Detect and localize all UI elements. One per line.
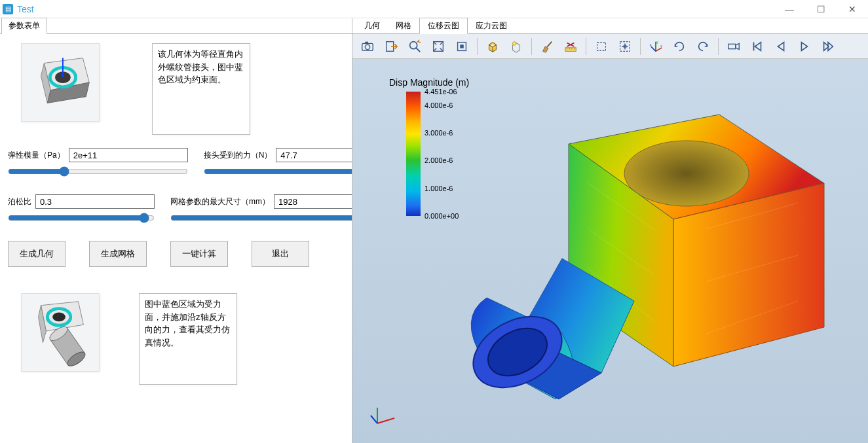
- description-box-2: 图中蓝色区域为受力面，并施加沿z轴反方向的力，查看其受力仿真情况。: [139, 293, 237, 385]
- viewer-toolbar: yxz: [352, 34, 868, 59]
- export-icon[interactable]: [380, 37, 402, 56]
- slider-force[interactable]: [204, 166, 352, 177]
- tab-geometry[interactable]: 几何: [356, 18, 388, 33]
- svg-text:x: x: [660, 43, 662, 47]
- svg-line-32: [656, 47, 662, 51]
- compute-button[interactable]: 一键计算: [170, 241, 228, 267]
- slider-elastic[interactable]: [8, 166, 188, 177]
- result-model: [352, 59, 863, 438]
- svg-line-23: [547, 41, 552, 46]
- svg-rect-29: [597, 42, 606, 50]
- select-cross-icon[interactable]: [614, 37, 636, 56]
- svg-point-14: [365, 44, 369, 49]
- svg-line-54: [377, 418, 394, 423]
- input-elastic[interactable]: [69, 148, 188, 162]
- tab-stress[interactable]: 应力云图: [468, 18, 515, 33]
- seek-first-icon[interactable]: [746, 37, 768, 56]
- svg-rect-21: [460, 44, 464, 48]
- left-tabstrip: 参数表单: [0, 18, 352, 34]
- slider-mesh[interactable]: [170, 213, 352, 223]
- right-tabstrip: 几何 网格 位移云图 应力云图: [352, 18, 868, 34]
- svg-line-33: [651, 46, 656, 51]
- svg-line-18: [416, 47, 420, 51]
- left-panel: 参数表单 该几何体为等径: [0, 18, 352, 443]
- axes-icon[interactable]: yxz: [645, 37, 667, 56]
- label-mesh: 网格参数的最大尺寸（mm）: [170, 196, 270, 207]
- window-title: Test: [17, 4, 34, 14]
- tab-displacement[interactable]: 位移云图: [419, 18, 468, 34]
- maximize-button[interactable]: ☐: [808, 3, 834, 16]
- svg-line-55: [371, 416, 377, 423]
- svg-point-9: [52, 313, 66, 322]
- svg-point-40: [624, 141, 749, 206]
- label-force: 接头受到的力（N）: [204, 150, 273, 161]
- box3d-icon[interactable]: [481, 37, 504, 56]
- tab-params[interactable]: 参数表单: [1, 18, 47, 34]
- svg-text:z: z: [650, 43, 652, 46]
- select-rect-icon[interactable]: [590, 37, 613, 56]
- gen-geometry-button[interactable]: 生成几何: [8, 241, 66, 267]
- axis-triad-icon: [369, 401, 398, 430]
- exit-button[interactable]: 退出: [252, 241, 309, 267]
- record-icon[interactable]: [723, 37, 745, 56]
- seek-prev-icon[interactable]: [770, 37, 792, 56]
- seek-last-icon[interactable]: [817, 37, 839, 56]
- fit-box-icon[interactable]: [427, 37, 449, 56]
- zoom-icon[interactable]: [404, 37, 426, 56]
- right-panel: 几何 网格 位移云图 应力云图 yxz: [352, 18, 868, 443]
- app-icon: ▤: [3, 4, 13, 14]
- minimize-button[interactable]: —: [776, 3, 802, 16]
- svg-rect-37: [728, 44, 736, 48]
- input-force[interactable]: [276, 148, 352, 162]
- svg-point-22: [513, 41, 517, 44]
- geometry-thumbnail-1: [21, 43, 100, 122]
- input-poisson[interactable]: [35, 194, 155, 209]
- rotate-ccw-icon[interactable]: [692, 37, 714, 56]
- tab-mesh[interactable]: 网格: [388, 18, 419, 33]
- bulb-box-icon[interactable]: [505, 37, 527, 56]
- label-elastic: 弹性模量（Pa）: [8, 150, 65, 161]
- ruler-x-icon[interactable]: [559, 37, 582, 56]
- label-poisson: 泊松比: [8, 196, 31, 207]
- rotate-cw-icon[interactable]: [668, 37, 690, 56]
- window-controls: — ☐ ✕: [776, 3, 865, 16]
- titlebar: ▤ Test — ☐ ✕: [0, 0, 868, 18]
- svg-text:y: y: [656, 39, 658, 43]
- play-icon[interactable]: [793, 37, 816, 56]
- viewport-3d[interactable]: Disp Magnitude (m) 4.451e-06 4.000e-6 3.…: [352, 59, 868, 443]
- geometry-thumbnail-2: [21, 293, 100, 372]
- brush-icon[interactable]: [536, 37, 558, 56]
- description-box-1: 该几何体为等径直角内外螺纹管接头，图中蓝色区域为约束面。: [152, 43, 250, 135]
- slider-poisson[interactable]: [8, 213, 155, 223]
- svg-rect-15: [365, 41, 368, 43]
- fit-icon[interactable]: [451, 37, 473, 56]
- gen-mesh-button[interactable]: 生成网格: [89, 241, 147, 267]
- close-button[interactable]: ✕: [839, 3, 865, 16]
- input-mesh[interactable]: [274, 194, 352, 209]
- camera-icon[interactable]: [356, 37, 379, 56]
